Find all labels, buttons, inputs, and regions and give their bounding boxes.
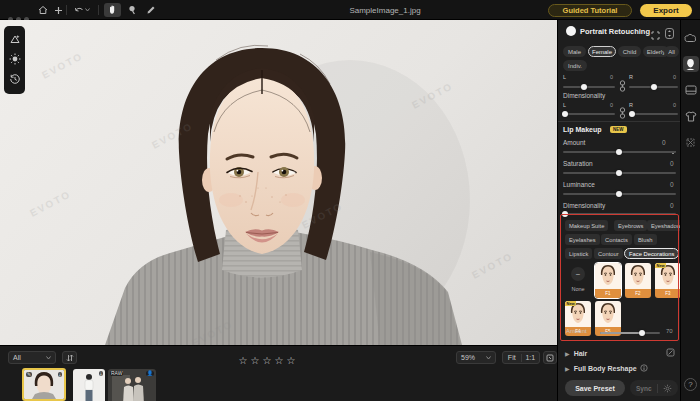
star-icon[interactable]: ☆	[286, 355, 295, 366]
slider-track[interactable]	[563, 151, 676, 153]
panel-toggle[interactable]	[566, 26, 576, 36]
lip-amount-label: Amount	[563, 139, 585, 146]
filmstrip-thumb[interactable]: ⤓	[73, 369, 105, 401]
hair-section[interactable]: ▶ Hair	[565, 348, 675, 358]
star-icon[interactable]: ☆	[250, 355, 259, 366]
expand-panel-button[interactable]	[651, 26, 660, 44]
adjustments-button[interactable]	[9, 51, 21, 69]
fullscreen-button[interactable]	[543, 351, 557, 364]
preset-tile-f3[interactable]: F3 New	[655, 263, 681, 298]
preset-none[interactable]: − None	[565, 264, 591, 299]
fit-button[interactable]: Fit	[503, 354, 521, 361]
help-button[interactable]: ?	[684, 378, 697, 391]
slider-thumb[interactable]	[639, 330, 645, 336]
eyebrows-button[interactable]: Eyebrows	[614, 220, 647, 231]
hair-action-icon[interactable]	[666, 348, 675, 358]
slider-track[interactable]	[629, 113, 678, 115]
eyelashes-button[interactable]: Eyelashes	[565, 234, 600, 245]
slider-thumb[interactable]	[616, 149, 622, 155]
guided-tutorial-button[interactable]: Guided Tutorial	[548, 4, 632, 17]
minus-circle-icon: −	[571, 267, 585, 281]
contacts-button[interactable]: Contacts	[601, 234, 632, 245]
preset-face	[595, 263, 621, 289]
slider-right-value: 0	[673, 102, 676, 108]
tab-female[interactable]: Female	[588, 46, 616, 57]
undo-button[interactable]	[70, 3, 94, 17]
slider-track[interactable]	[629, 86, 678, 88]
eyedropper-icon	[128, 5, 137, 15]
filter-dropdown[interactable]: All	[8, 351, 56, 364]
slider-track[interactable]	[563, 113, 615, 115]
slider-thumb[interactable]	[562, 111, 568, 117]
slider-track[interactable]	[563, 172, 676, 174]
color-dropdown[interactable]	[670, 141, 676, 159]
add-button[interactable]	[50, 3, 67, 17]
makeup-amount-track[interactable]	[600, 332, 660, 334]
star-icon[interactable]: ☆	[274, 355, 283, 366]
makeup-suite-button[interactable]: Makeup Suite	[565, 220, 608, 231]
star-icon[interactable]: ☆	[239, 355, 248, 366]
slider-right-label: R	[629, 102, 633, 108]
indiv-button[interactable]: Indiv.	[563, 60, 587, 71]
actual-size-button[interactable]: 1:1	[522, 354, 540, 361]
save-preset-button[interactable]: Save Preset	[565, 380, 625, 396]
slider-thumb[interactable]	[651, 84, 657, 90]
crop-icon	[685, 137, 696, 148]
contour-button[interactable]: Contour	[594, 248, 623, 259]
panel-title: Portrait Retouching	[580, 27, 650, 36]
star-rating[interactable]: ☆☆☆☆☆	[237, 350, 297, 368]
preset-tile-f1[interactable]: F1	[595, 263, 621, 298]
pen-tool-button[interactable]	[142, 3, 159, 17]
eyedropper-tool-button[interactable]	[124, 3, 141, 17]
lip-saturation-label: Saturation	[563, 160, 593, 167]
star-icon[interactable]: ☆	[262, 355, 271, 366]
presets-button[interactable]	[683, 30, 699, 46]
chevron-right-icon: ▶	[565, 350, 570, 357]
clothing-tab-button[interactable]	[683, 108, 699, 124]
chevron-right-icon: ▶	[565, 365, 570, 372]
collapse-panel-button[interactable]	[665, 25, 674, 43]
slider-thumb[interactable]	[629, 111, 635, 117]
slider-thumb[interactable]	[616, 191, 622, 197]
tab-all[interactable]: All	[664, 46, 679, 57]
sort-button[interactable]	[62, 351, 77, 364]
blush-button[interactable]: Blush	[634, 234, 657, 245]
hand-tool-button[interactable]	[104, 3, 121, 17]
full-body-reshape-section[interactable]: ▶ Full Body Reshape	[565, 364, 675, 373]
slider-right-value: 0	[673, 74, 676, 80]
history-icon	[9, 73, 21, 85]
toolbar-divider	[66, 5, 67, 15]
filmstrip-thumb[interactable]: RAW 👤	[108, 369, 156, 401]
lip-saturation-value: 0	[670, 160, 674, 167]
preset-new-badge: New	[655, 263, 666, 268]
preset-tile-f2[interactable]: F2	[625, 263, 651, 298]
slider-thumb[interactable]	[616, 170, 622, 176]
chevron-down-icon	[85, 8, 90, 12]
history-button[interactable]	[9, 71, 21, 89]
slider-thumb[interactable]	[562, 211, 568, 217]
slider-track[interactable]	[563, 86, 615, 88]
export-button[interactable]: Export	[640, 4, 692, 17]
link-icon[interactable]	[619, 78, 626, 96]
dimensionality-label: Dimensionality	[563, 92, 605, 99]
gear-icon[interactable]	[663, 384, 672, 393]
face-decorations-button[interactable]: Face Decorations	[624, 248, 679, 259]
slider-track[interactable]	[563, 193, 676, 195]
home-button[interactable]	[34, 3, 51, 17]
sync-button[interactable]: Sync	[630, 380, 678, 396]
image-canvas[interactable]: EVOTO EVOTO EVOTO EVOTO EVOTO EVOTO EVOT…	[0, 20, 557, 345]
zoom-dropdown[interactable]: 59%	[456, 351, 496, 364]
ai-adjust-button[interactable]	[9, 31, 21, 49]
crop-tab-button[interactable]	[683, 134, 699, 150]
lipstick-button[interactable]: Lipstick	[565, 248, 592, 259]
hair-label: Hair	[574, 350, 588, 357]
filmstrip-thumb-selected[interactable]: ✎ ⤓	[22, 368, 66, 401]
slider-track[interactable]	[563, 213, 676, 215]
portrait-tab-button-active[interactable]	[683, 56, 699, 72]
tab-male[interactable]: Male	[563, 46, 586, 57]
preset-tile-f5[interactable]: F5	[595, 301, 621, 336]
bottom-bar: All ☆☆☆☆☆ 59% Fit 1:1 ✎ ⤓ ⤓	[0, 345, 557, 401]
tab-child[interactable]: Child	[618, 46, 641, 57]
background-tab-button[interactable]	[683, 82, 699, 98]
slider-thumb[interactable]	[581, 84, 587, 90]
